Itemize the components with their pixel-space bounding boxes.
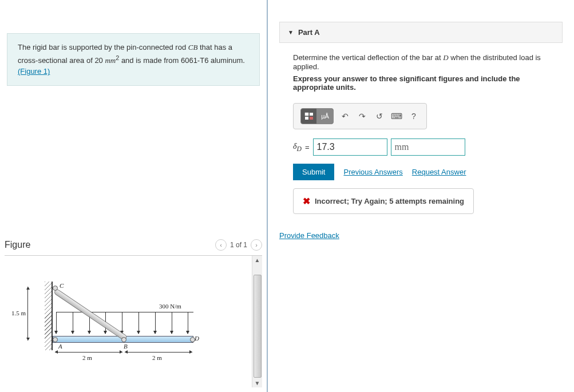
previous-answers-link[interactable]: Previous Answers [343,168,402,176]
rod-label: CB [188,43,198,52]
label-w2: 2 m [152,354,162,361]
instruction-2: Express your answer to three significant… [293,74,560,92]
area-unit: mm [105,56,116,65]
answer-variable: δD [293,142,302,153]
instruction-1: Determine the vertical deflection of the… [293,53,560,71]
incorrect-icon: ✖ [303,196,310,207]
label-load: 300 N/m [159,303,181,310]
distributed-load [56,312,193,336]
answer-toolbar: µÅ ↶ ↷ ↺ ⌨ ? [293,103,427,129]
label-a: A [58,343,62,350]
units-button[interactable]: µÅ [317,109,333,124]
label-b: B [124,343,128,350]
template-button[interactable] [301,109,317,124]
answer-unit-input[interactable] [391,138,465,156]
undo-icon[interactable]: ↶ [339,110,351,122]
dim-vertical [27,287,28,340]
feedback-text: Incorrect; Try Again; 5 attempts remaini… [315,197,464,205]
pin-c [53,286,58,291]
problem-text-mid2: and is made from 6061-T6 aluminum. [119,56,245,65]
reset-icon[interactable]: ↺ [374,110,385,122]
figure-scrollbar[interactable]: ▲ ▼ [252,256,262,387]
figure-canvas: 1.5 m 300 N/m [5,256,252,387]
figure-title: Figure [5,240,30,250]
part-title: Part A [298,28,320,37]
keyboard-icon[interactable]: ⌨ [391,110,402,122]
figure-prev-button[interactable]: ‹ [215,239,227,251]
pin-a [53,337,58,342]
figure-next-button[interactable]: › [251,239,262,251]
label-c: C [60,282,64,289]
redo-icon[interactable]: ↷ [357,110,368,122]
feedback-message: ✖ Incorrect; Try Again; 5 attempts remai… [293,188,474,214]
submit-button[interactable]: Submit [293,164,334,180]
dim-h2 [125,352,192,353]
problem-text: The rigid bar is supported by the pin-co… [18,43,188,52]
request-answer-link[interactable]: Request Answer [412,168,466,176]
svg-rect-0 [305,113,308,116]
scroll-down-icon[interactable]: ▼ [254,379,262,387]
svg-rect-2 [305,117,308,120]
svg-rect-1 [310,113,313,116]
label-d: D [195,335,199,342]
problem-statement: The rigid bar is supported by the pin-co… [7,33,260,86]
scroll-thumb[interactable] [254,275,262,378]
scroll-up-icon[interactable]: ▲ [254,256,262,264]
equals-sign: = [305,143,310,152]
help-icon[interactable]: ? [408,110,419,122]
figure-pager: 1 of 1 [230,241,247,249]
label-w1: 2 m [82,354,92,361]
svg-rect-3 [310,117,313,120]
part-header[interactable]: ▼ Part A [279,22,563,43]
dim-h1 [55,352,122,353]
collapse-icon: ▼ [288,29,294,35]
pin-b [121,337,126,342]
label-height: 1.5 m [11,310,26,316]
figure-link[interactable]: (Figure 1) [18,67,50,76]
template-icon [304,112,314,120]
answer-value-input[interactable] [313,138,387,156]
provide-feedback-link[interactable]: Provide Feedback [279,231,339,240]
wall-support [45,282,53,350]
